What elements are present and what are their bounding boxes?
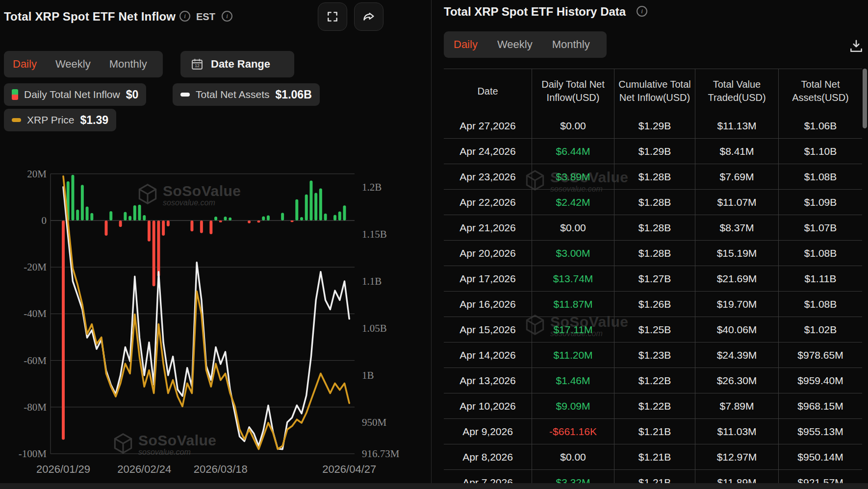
right-axis-label: 916.73M <box>362 448 400 460</box>
legend-daily-net-inflow[interactable]: Daily Total Net Inflow $0 <box>4 83 146 106</box>
assets-cell: $1.08B <box>779 164 862 189</box>
date-cell: Apr 21,2026 <box>444 215 532 240</box>
date-cell: Apr 7,2026 <box>444 470 532 483</box>
share-icon <box>362 10 376 24</box>
assets-cell: $1.08B <box>779 292 862 317</box>
daily-inflow-cell: $13.74M <box>532 266 614 291</box>
assets-cell: $950.14M <box>779 444 862 469</box>
assets-cell: $955.13M <box>779 419 862 444</box>
cumulative-cell: $1.28B <box>614 241 695 266</box>
assets-cell: $1.09B <box>779 190 862 215</box>
column-header: Total Value Traded(USD) <box>695 69 779 113</box>
assets-cell: $1.06B <box>779 113 862 138</box>
info-icon[interactable]: i <box>222 11 232 22</box>
tab-monthly[interactable]: Monthly <box>109 58 147 71</box>
daily-inflow-cell: -$661.16K <box>532 419 614 444</box>
date-cell: Apr 15,2026 <box>444 317 532 342</box>
vertical-scrollbar[interactable] <box>863 69 867 128</box>
info-icon[interactable]: i <box>179 11 190 22</box>
daily-inflow-cell: $3.32M <box>532 470 614 483</box>
price-value: $1.39 <box>80 114 108 127</box>
right-axis-label: 1.1B <box>362 275 382 287</box>
daily-inflow-cell: $0.00 <box>532 113 614 138</box>
table-header: DateDaily Total Net Inflow(USD)Cumulativ… <box>444 69 862 113</box>
traded-cell: $19.70M <box>695 292 779 317</box>
traded-cell: $24.39M <box>695 342 779 367</box>
daily-inflow-cell: $3.00M <box>532 241 614 266</box>
traded-cell: $11.03M <box>695 419 779 444</box>
tab-daily[interactable]: Daily <box>13 58 37 71</box>
daily-inflow-cell: $11.87M <box>532 292 614 317</box>
info-icon[interactable]: i <box>637 6 647 17</box>
table-row: Apr 17,2026$13.74M$1.27B$21.69M$1.11B <box>444 266 862 291</box>
download-button[interactable] <box>848 38 864 56</box>
left-axis-label: -60M <box>24 355 47 367</box>
table-row: Apr 22,2026$2.42M$1.28B$11.07M$1.09B <box>444 189 862 215</box>
legend-total-net-assets[interactable]: Total Net Assets $1.06B <box>173 83 320 106</box>
page-title: Total XRP Spot ETF Net Inflow <box>4 10 176 24</box>
x-axis-label: 2026/02/24 <box>117 463 171 475</box>
assets-cell: $959.40M <box>779 368 862 393</box>
date-cell: Apr 13,2026 <box>444 368 532 393</box>
fullscreen-button[interactable] <box>318 2 347 31</box>
date-cell: Apr 27,2026 <box>444 113 532 138</box>
right-axis-label: 1.15B <box>362 228 387 240</box>
history-table: DateDaily Total Net Inflow(USD)Cumulativ… <box>444 69 862 483</box>
cumulative-cell: $1.28B <box>614 190 695 215</box>
table-row: Apr 7,2026$3.32M$1.21B$11.89M$921.57M <box>444 469 862 483</box>
tab-weekly[interactable]: Weekly <box>497 38 533 51</box>
cumulative-cell: $1.25B <box>614 317 695 342</box>
assets-value: $1.06B <box>276 88 312 101</box>
traded-cell: $7.69M <box>695 164 779 189</box>
cumulative-cell: $1.22B <box>614 393 695 418</box>
tab-weekly[interactable]: Weekly <box>55 58 91 71</box>
date-range-button[interactable]: 12 Date Range <box>180 51 294 77</box>
chart-period-tabs: Daily Weekly Monthly <box>4 51 163 77</box>
date-cell: Apr 17,2026 <box>444 266 532 291</box>
daily-inflow-cell: $9.09M <box>532 393 614 418</box>
history-table-title: Total XRP Spot ETF History Data <box>444 5 626 19</box>
cumulative-cell: $1.22B <box>614 368 695 393</box>
cumulative-cell: $1.29B <box>614 139 695 164</box>
traded-cell: $40.06M <box>695 317 779 342</box>
date-cell: Apr 22,2026 <box>444 190 532 215</box>
left-axis-label: -20M <box>24 261 47 273</box>
assets-cell: $921.57M <box>779 470 862 483</box>
table-row: Apr 20,2026$3.00M$1.28B$15.19M$1.08B <box>444 240 862 266</box>
date-cell: Apr 10,2026 <box>444 393 532 418</box>
cumulative-cell: $1.29B <box>614 113 695 138</box>
legend-xrp-price[interactable]: XRP Price $1.39 <box>4 109 116 131</box>
traded-cell: $7.89M <box>695 393 779 418</box>
tab-monthly[interactable]: Monthly <box>552 38 590 51</box>
table-row: Apr 15,2026$17.11M$1.25B$40.06M$1.02B <box>444 317 862 342</box>
cumulative-cell: $1.26B <box>614 292 695 317</box>
right-axis-label: 1.05B <box>362 322 387 334</box>
traded-cell: $11.89M <box>695 470 779 483</box>
daily-inflow-cell: $1.46M <box>532 368 614 393</box>
right-axis-label: 1.2B <box>362 181 382 193</box>
fullscreen-icon <box>326 10 339 23</box>
column-header: Total Net Assets(USD) <box>779 69 862 113</box>
left-axis-label: 20M <box>27 168 47 180</box>
table-row: Apr 8,2026$0.00$1.21B$12.97M$950.14M <box>444 444 862 469</box>
left-axis-label: -80M <box>24 401 47 413</box>
x-axis-label: 2026/03/18 <box>194 463 248 475</box>
tab-daily[interactable]: Daily <box>454 38 478 51</box>
horizontal-scrollbar-track[interactable] <box>0 483 868 489</box>
assets-cell: $1.11B <box>779 266 862 291</box>
table-row: Apr 10,2026$9.09M$1.22B$7.89M$968.15M <box>444 393 862 418</box>
table-row: Apr 27,2026$0.00$1.29B$11.13M$1.06B <box>444 113 862 138</box>
assets-cell: $968.15M <box>779 393 862 418</box>
line-series-icon <box>12 118 21 122</box>
cumulative-cell: $1.21B <box>614 444 695 469</box>
date-cell: Apr 9,2026 <box>444 419 532 444</box>
line-series-icon <box>180 93 190 97</box>
date-cell: Apr 20,2026 <box>444 241 532 266</box>
traded-cell: $26.30M <box>695 368 779 393</box>
date-cell: Apr 8,2026 <box>444 444 532 469</box>
traded-cell: $12.97M <box>695 444 779 469</box>
left-axis-label: -40M <box>24 308 47 319</box>
share-button[interactable] <box>354 2 383 31</box>
panel-divider <box>431 0 432 483</box>
traded-cell: $11.13M <box>695 113 779 138</box>
